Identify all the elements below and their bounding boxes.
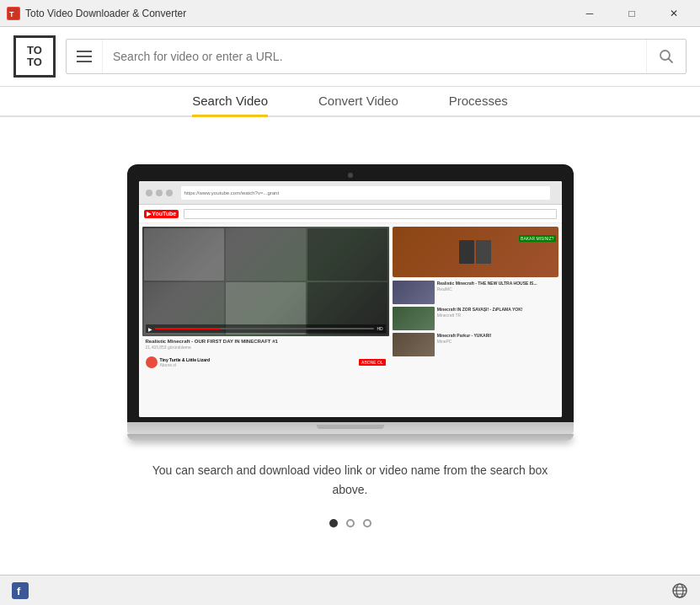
laptop-base: [127, 422, 574, 434]
facebook-icon: f: [12, 582, 29, 599]
youtube-search-bar: [184, 209, 556, 219]
title-text: Toto Video Downloader & Converter: [25, 8, 570, 19]
sidebar-meta-3: Minecraft Parkur - YUKARI! MinePC: [437, 333, 492, 356]
youtube-header: ▶ YouTube: [139, 205, 562, 223]
description-line2: above.: [332, 483, 367, 496]
window-controls: ─ □ ✕: [570, 0, 693, 27]
description-text: You can search and download video link o…: [152, 461, 548, 499]
sidebar-video-item-2: Minecraft IN ZOR SAVAŞI! - ZıPLAMA YOK! …: [393, 307, 558, 330]
footer: f: [0, 575, 700, 605]
title-bar: T Toto Video Downloader & Converter ─ □ …: [0, 0, 700, 27]
sidebar-thumb-3: [393, 333, 435, 356]
youtube-body: ▶ HD Realistic Minecraft - OUR FIRST DAY…: [139, 223, 562, 417]
svg-text:T: T: [9, 10, 14, 19]
description-line1: You can search and download video link o…: [152, 463, 548, 477]
laptop-camera: [348, 173, 353, 178]
laptop-screen: https://www.youtube.com/watch?v=...grant…: [139, 181, 562, 417]
laptop-illustration: https://www.youtube.com/watch?v=...grant…: [127, 164, 574, 441]
sidebar-meta-1: Realistic Minecraft - THE NEW ULTRA HOUS…: [437, 281, 537, 304]
sidebar-video-item-3: Minecraft Parkur - YUKARI! MinePC: [393, 333, 558, 356]
video-info-below: Realistic Minecraft - OUR FIRST DAY IN M…: [142, 336, 389, 371]
app-logo: TOTO: [13, 35, 56, 78]
video-title: Realistic Minecraft - OUR FIRST DAY IN M…: [146, 339, 386, 344]
hamburger-icon: [77, 51, 92, 62]
video-screenshot: [142, 227, 389, 336]
main-video-area: ▶ HD Realistic Minecraft - OUR FIRST DAY…: [139, 223, 393, 417]
sidebar-meta-2: Minecraft IN ZOR SAVAŞI! - ZıPLAMA YOK! …: [437, 307, 523, 330]
laptop-stand: [127, 434, 574, 441]
sidebar-area: BAKAR MISINIZ?: [393, 223, 562, 417]
minimize-button[interactable]: ─: [570, 0, 609, 27]
search-icon: [659, 49, 674, 64]
search-container: [66, 39, 687, 74]
browser-url-bar: https://www.youtube.com/watch?v=...grant: [181, 186, 550, 200]
sidebar-video-item: Realistic Minecraft - THE NEW ULTRA HOUS…: [393, 281, 558, 304]
tab-search-video[interactable]: Search Video: [192, 94, 268, 117]
hamburger-button[interactable]: [67, 40, 103, 73]
globe-icon: [671, 582, 688, 599]
sidebar-thumb-2: [393, 307, 435, 330]
facebook-button[interactable]: f: [10, 581, 30, 601]
globe-button[interactable]: [670, 581, 690, 601]
sidebar-ad: BAKAR MISINIZ?: [393, 227, 558, 277]
main-content: https://www.youtube.com/watch?v=...grant…: [0, 117, 700, 575]
app-header: TOTO: [0, 27, 700, 87]
pagination-dot-3[interactable]: [363, 519, 371, 527]
svg-line-3: [669, 59, 673, 63]
tab-processes[interactable]: Processes: [449, 94, 508, 117]
pagination-dot-1[interactable]: [329, 519, 338, 527]
browser-chrome: https://www.youtube.com/watch?v=...grant: [139, 181, 562, 205]
youtube-logo: ▶ YouTube: [144, 210, 179, 218]
search-input[interactable]: [103, 40, 646, 73]
search-button[interactable]: [646, 40, 686, 73]
pagination-dots: [329, 519, 371, 527]
maximize-button[interactable]: □: [612, 0, 651, 27]
screen-content: https://www.youtube.com/watch?v=...grant…: [139, 181, 562, 417]
svg-text:f: f: [17, 585, 21, 597]
video-player: ▶ HD: [142, 227, 389, 336]
laptop-screen-outer: https://www.youtube.com/watch?v=...grant…: [127, 164, 574, 422]
nav-tabs: Search Video Convert Video Processes: [0, 87, 700, 117]
sidebar-thumb-1: [393, 281, 435, 304]
pagination-dot-2[interactable]: [346, 519, 355, 527]
tab-convert-video[interactable]: Convert Video: [318, 94, 398, 117]
app-icon: T: [7, 7, 20, 20]
close-button[interactable]: ✕: [655, 0, 693, 27]
